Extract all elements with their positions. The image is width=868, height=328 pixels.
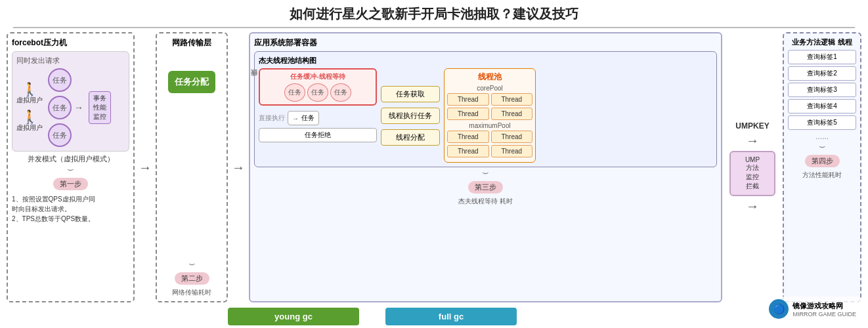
methods-title: 业务方法逻辑 线程: [788, 37, 856, 47]
arrow-direct: →: [292, 115, 299, 122]
app-inner: 杰夫线程池结构图 缓冲执行 任务缓冲-线程等待 任务 任务 任务: [254, 51, 717, 167]
page-title: 如何进行星火之歌新手开局卡池抽取？建议及技巧: [13, 0, 855, 28]
section-methods: 业务方法逻辑 线程 查询标签1 查询标签2 查询标签3 查询标签4 查询标签5 …: [783, 32, 861, 302]
watermark-icon: 🔵: [769, 299, 789, 319]
watermark: 🔵 镜像游戏攻略网 MIRROR GAME GUIDE: [764, 297, 861, 321]
note3: 2、TPS总数等于QPS数量。: [12, 214, 129, 224]
thread-2: Thread: [491, 93, 533, 106]
forcebot-bottom-label: 并发模式（虚拟用户模式）: [12, 154, 129, 164]
queue-tasks: 任务 任务 任务: [263, 83, 373, 102]
task-assign-box: 任务分配: [168, 71, 215, 93]
task-circle-2: 任务: [48, 96, 72, 119]
corepool-grid: Thread Thread Thread Thread: [447, 93, 532, 120]
young-gc-button[interactable]: young gc: [228, 308, 359, 325]
section-network: 网路传输层 任务分配 ⌣ 第二步 网络传输耗时: [156, 32, 228, 302]
task-circle-3: 任务: [48, 123, 72, 147]
method-item-3: 查询标签3: [788, 83, 856, 97]
method-item-4: 查询标签4: [788, 99, 856, 113]
user-icon-2: 🚶: [22, 110, 38, 123]
jafu-content: 缓冲执行 任务缓冲-线程等待 任务 任务 任务 直接执行: [259, 68, 712, 163]
thread-dispatch-box: 线程分配: [381, 129, 440, 146]
user-icon-1: 🚶: [22, 83, 38, 96]
queue-box: 任务缓冲-线程等待 任务 任务 任务: [259, 68, 377, 106]
umpkey-label: UMPKEY: [735, 121, 769, 131]
thread-exec-box: 线程执行任务: [381, 108, 440, 124]
brace-network: ⌣: [188, 258, 196, 269]
app-step-label: 杰夫线程等待 耗时: [254, 197, 717, 206]
step-badge-3: 第三步: [468, 181, 503, 194]
method-more: ......: [788, 132, 856, 141]
bottom-section: young gc full gc: [0, 306, 868, 328]
arrow-2: →: [232, 160, 245, 175]
thread-5: Thread: [447, 131, 489, 143]
task-list: 任务 任务 任务: [48, 68, 72, 147]
page-container: 如何进行星火之歌新手开局卡池抽取？建议及技巧 forcebot压力机 同时发出请…: [0, 0, 868, 328]
app-container-label: 应用系统部署容器: [254, 37, 717, 49]
notes: 1、按照设置QPS虚拟用户同 时向目标发出请求。 2、TPS总数等于QPS数量。: [12, 194, 129, 224]
thread-4: Thread: [491, 108, 533, 120]
qtask-2: 任务: [307, 83, 328, 102]
thread-1: Thread: [447, 93, 489, 106]
queue-section: 缓冲执行 任务缓冲-线程等待 任务 任务 任务 直接执行: [259, 68, 377, 163]
arrow-ump-out: →: [746, 199, 759, 214]
step-row-2: 第二步: [175, 270, 209, 287]
method-item-2: 查询标签2: [788, 66, 856, 81]
maxpool-name: maximumPool: [447, 122, 532, 129]
task-circle-1: 任务: [48, 68, 72, 92]
step-row-1: 第一步: [12, 176, 129, 192]
user-figure-1: 🚶 虚拟用户: [16, 83, 43, 105]
methods-step-label: 方法性能耗时: [788, 171, 856, 180]
thread-7: Thread: [447, 145, 489, 157]
forcebot-inner: 同时发出请求 🚶 虚拟用户 🚶 虚拟用户 任务: [12, 51, 129, 152]
step-row-3: 第三步: [254, 179, 717, 195]
note2: 时向目标发出请求。: [12, 204, 129, 214]
user-label-1: 虚拟用户: [16, 96, 43, 105]
user-figure-2: 🚶 虚拟用户: [16, 110, 43, 133]
thread-3: Thread: [447, 108, 489, 120]
get-task-box: 任务获取: [381, 86, 440, 102]
task-direct: 任务: [301, 113, 315, 123]
direct-exec-label: 直接执行: [259, 113, 285, 123]
jafu-label: 杰夫线程池结构图: [259, 56, 712, 66]
step-row-4: 第四步: [788, 153, 856, 169]
brace-forcebot: ⌣: [12, 164, 129, 174]
threadpool-section: 线程池 corePool Thread Thread Thread Thread…: [444, 68, 536, 163]
direct-exec-box: → 任务: [288, 111, 319, 125]
monitor-box: 事务 性能 监控: [89, 91, 111, 124]
qtask-1: 任务: [284, 83, 305, 102]
user-label-2: 虚拟用户: [16, 123, 43, 133]
main-content: forcebot压力机 同时发出请求 🚶 虚拟用户 🚶 虚拟用户: [0, 28, 868, 306]
corepool-name: corePool: [447, 85, 532, 92]
qtask-3: 任务: [330, 83, 351, 102]
brace-methods: ⌣: [788, 141, 856, 152]
step-badge-2: 第二步: [175, 272, 209, 285]
arrow-to-monitor: →: [74, 102, 83, 113]
forcebot-label: forcebot压力机: [12, 37, 129, 49]
full-gc-button[interactable]: full gc: [385, 308, 517, 325]
step-badge-1: 第一步: [53, 178, 88, 190]
middle-section: 任务获取 线程执行任务 线程分配: [381, 68, 440, 163]
reject-box: 任务拒绝: [259, 128, 377, 142]
brace-app: ⌣: [254, 167, 717, 178]
method-item-5: 查询标签5: [788, 115, 856, 130]
forcebot-users: 🚶 虚拟用户 🚶 虚拟用户: [16, 83, 43, 133]
direct-exec-row: 直接执行 → 任务: [259, 111, 377, 125]
section-app: 应用系统部署容器 杰夫线程池结构图 缓冲执行 任务缓冲-线程等待 任务 任务 任…: [249, 32, 722, 302]
forcebot-inner-label: 同时发出请求: [16, 56, 125, 66]
forcebot-row: 🚶 虚拟用户 🚶 虚拟用户 任务 任务 任务 →: [16, 68, 125, 147]
network-step-label: 网络传输耗时: [172, 288, 211, 297]
arrow-1: →: [139, 160, 152, 175]
network-label: 网路传输层: [172, 37, 211, 49]
method-item-1: 查询标签1: [788, 50, 856, 64]
maxpool-grid: Thread Thread Thread Thread: [447, 131, 532, 157]
section-forcebot: forcebot压力机 同时发出请求 🚶 虚拟用户 🚶 虚拟用户: [7, 32, 135, 302]
arrow-ump-in: →: [746, 133, 759, 148]
thread-8: Thread: [491, 145, 533, 157]
step-badge-4: 第四步: [805, 155, 840, 167]
section-umpkey: UMPKEY → UMP 方法 监控 拦截 →: [726, 32, 779, 302]
watermark-text: 镜像游戏攻略网 MIRROR GAME GUIDE: [792, 301, 856, 318]
thread-6: Thread: [491, 131, 533, 143]
threadpool-label: 线程池: [447, 72, 532, 83]
note1: 1、按照设置QPS虚拟用户同: [12, 194, 129, 204]
queue-box-label: 任务缓冲-线程等待: [263, 72, 373, 81]
